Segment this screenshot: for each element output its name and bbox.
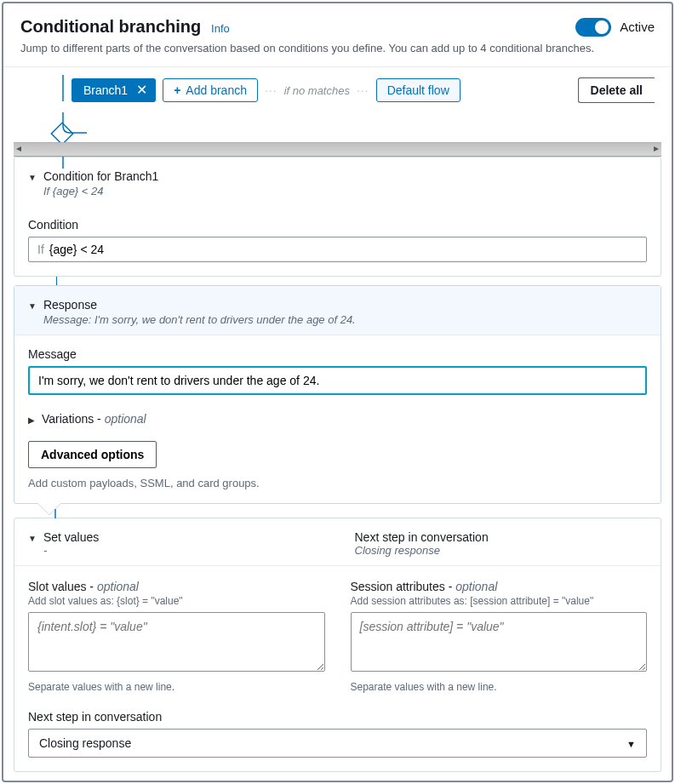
session-attrs-label: Session attributes - optional — [351, 580, 648, 593]
horizontal-scrollbar[interactable] — [14, 142, 661, 157]
setvalues-dash: - — [43, 544, 321, 557]
active-toggle-label: Active — [620, 20, 655, 34]
condition-input[interactable] — [49, 243, 638, 256]
advanced-options-hint: Add custom payloads, SSML, and card grou… — [28, 477, 647, 489]
page-title: Conditional branching — [20, 17, 201, 36]
info-link[interactable]: Info — [211, 22, 230, 35]
connector-dots: ··· — [265, 83, 277, 97]
delete-all-button[interactable]: Delete all — [578, 77, 655, 103]
response-panel-subtitle: Message: I'm sorry, we don't rent to dri… — [43, 313, 647, 326]
slot-values-below-hint: Separate values with a new line. — [28, 681, 325, 693]
chevron-down-icon — [28, 169, 37, 183]
vertical-connector — [56, 277, 672, 285]
default-flow-button[interactable]: Default flow — [376, 78, 460, 102]
header-description: Jump to different parts of the conversat… — [20, 42, 655, 54]
response-panel-title: Response — [43, 298, 97, 312]
connector-dots: ··· — [357, 83, 369, 97]
condition-input-wrapper[interactable]: If — [28, 237, 647, 262]
if-no-matches-label: if no matches — [284, 84, 350, 97]
message-field-label: Message — [28, 347, 647, 361]
response-expander[interactable]: Response — [28, 298, 647, 312]
chevron-right-icon — [28, 412, 35, 426]
chevron-down-icon — [28, 530, 37, 544]
message-input[interactable] — [28, 366, 647, 395]
plus-icon: + — [174, 83, 180, 97]
nextstep-head-sub: Closing response — [355, 544, 648, 557]
chevron-down-icon — [626, 736, 636, 750]
condition-if-prefix: If — [37, 243, 44, 256]
condition-panel-subtitle: If {age} < 24 — [43, 185, 647, 197]
variations-expander[interactable]: Variations - optional — [28, 412, 647, 426]
close-icon[interactable]: ✕ — [136, 83, 147, 97]
add-branch-button[interactable]: + Add branch — [163, 78, 258, 102]
callout-tail-connector — [14, 504, 661, 518]
branch-chip[interactable]: Branch1 ✕ — [72, 78, 156, 102]
next-step-label: Next step in conversation — [28, 710, 647, 724]
active-toggle[interactable] — [575, 18, 611, 37]
next-step-select[interactable]: Closing response — [28, 729, 647, 758]
branch-chip-label: Branch1 — [83, 83, 128, 97]
slot-values-textarea[interactable] — [28, 612, 325, 672]
setvalues-title: Set values — [43, 530, 99, 544]
nextstep-head-label: Next step in conversation — [355, 530, 648, 544]
slot-values-hint: Add slot values as: {slot} = "value" — [28, 595, 325, 607]
condition-expander[interactable]: Condition for Branch1 — [28, 169, 647, 183]
session-attrs-below-hint: Separate values with a new line. — [351, 681, 648, 693]
svg-rect-0 — [51, 123, 72, 144]
variations-label: Variations - optional — [42, 412, 146, 426]
advanced-options-button[interactable]: Advanced options — [28, 441, 157, 468]
condition-panel-title: Condition for Branch1 — [43, 169, 158, 183]
add-branch-label: Add branch — [186, 83, 247, 97]
session-attrs-textarea[interactable] — [351, 612, 648, 672]
next-step-selected-value: Closing response — [39, 736, 131, 750]
session-attrs-hint: Add session attributes as: [session attr… — [351, 595, 648, 607]
setvalues-expander[interactable]: Set values — [28, 530, 321, 544]
condition-field-label: Condition — [28, 218, 647, 232]
chevron-down-icon — [28, 298, 37, 312]
slot-values-label: Slot values - optional — [28, 580, 325, 593]
